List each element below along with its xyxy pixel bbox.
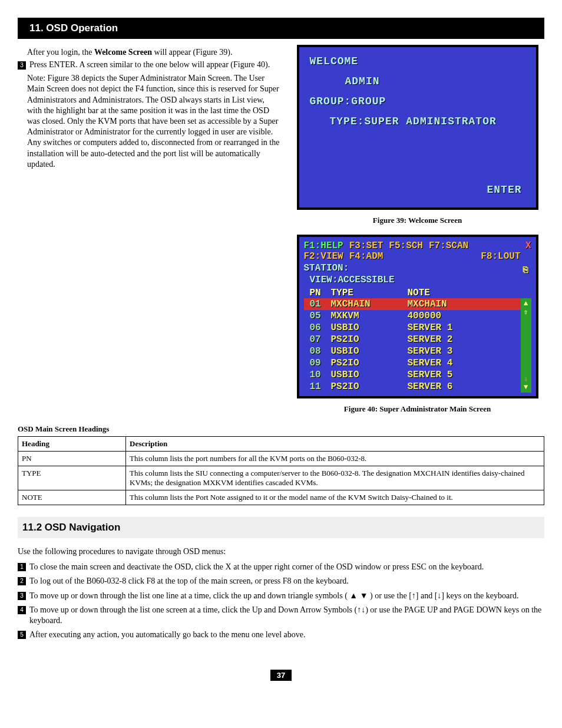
osd-port-row[interactable]: 01MXCHAINMXCHAIN xyxy=(304,298,521,310)
step-number-icon: 2 xyxy=(18,577,26,585)
hdr-note: NOTE xyxy=(408,288,531,298)
nav-intro: Use the following procedures to navigate… xyxy=(18,546,544,557)
osd-port-list: 01MXCHAINMXCHAIN05MXKVM40000006USBIOSERV… xyxy=(304,298,521,393)
intro-bold: Welcome Screen xyxy=(94,48,152,57)
nav-step-text: After executing any action, you automati… xyxy=(29,630,305,640)
f7-scan[interactable]: F7:SCAN xyxy=(429,241,468,251)
scroll-down-icon[interactable]: ▼ xyxy=(524,383,528,391)
description-cell: This column lists the SIU connecting a c… xyxy=(126,466,544,490)
th-heading: Heading xyxy=(18,437,126,452)
subsection-header: 11.2 OSD Navigation xyxy=(18,517,544,538)
description-cell: This column lists the port numbers for a… xyxy=(126,452,544,466)
osd-welcome-group: GROUP:GROUP xyxy=(310,95,525,107)
section-header: 11. OSD Operation xyxy=(18,18,544,39)
step-3: 3 Press ENTER. A screen similar to the o… xyxy=(18,60,281,70)
osd-welcome-title: WELCOME xyxy=(310,55,525,67)
step-number-icon: 3 xyxy=(18,592,26,600)
note-block: Note: Figure 38 depicts the Super Admini… xyxy=(27,73,281,170)
port-number: 01 xyxy=(304,299,331,309)
port-note: 400000 xyxy=(408,311,521,321)
page-number: 37 xyxy=(270,670,292,681)
osd-view-line: VIEW:ACCESSIBLE xyxy=(304,275,531,285)
port-type: USBIO xyxy=(331,346,408,357)
figure-39-caption: Figure 39: Welcome Screen xyxy=(373,216,462,225)
port-number: 07 xyxy=(304,334,331,345)
nav-step: 5After executing any action, you automat… xyxy=(18,630,544,640)
f2-view[interactable]: F2:VIEW xyxy=(304,251,343,262)
osd-welcome-user: ADMIN xyxy=(310,75,525,87)
port-type: MXCHAIN xyxy=(331,299,408,309)
step-number-icon: 1 xyxy=(18,563,26,571)
th-description: Description xyxy=(126,437,544,452)
f5-sch[interactable]: F5:SCH xyxy=(389,241,423,251)
nav-step: 4To move up or down through the list one… xyxy=(18,605,544,626)
port-note: SERVER 5 xyxy=(408,370,521,380)
hdr-pn: PN xyxy=(304,288,331,298)
port-type: USBIO xyxy=(331,322,408,333)
osd-port-row[interactable]: 11PS2IOSERVER 6 xyxy=(304,381,521,393)
port-type: USBIO xyxy=(331,370,408,380)
heading-cell: NOTE xyxy=(18,490,126,505)
port-note: SERVER 2 xyxy=(408,334,521,345)
nav-step-text: To move up or down through the list one … xyxy=(29,605,544,626)
nav-step: 1To close the main screen and deactivate… xyxy=(18,562,544,572)
osd-column-headers: PN TYPE NOTE xyxy=(304,288,531,298)
step-number-icon: 3 xyxy=(18,61,26,70)
osd-enter-button[interactable]: ENTER xyxy=(487,184,521,196)
osd-port-row[interactable]: 05MXKVM400000 xyxy=(304,310,521,322)
osd-port-row[interactable]: 10USBIOSERVER 5 xyxy=(304,369,521,381)
nav-step-text: To move up or down through the list one … xyxy=(29,591,518,601)
description-cell: This column lists the Port Note assigned… xyxy=(126,490,544,505)
port-type: PS2IO xyxy=(331,381,408,392)
osd-welcome-type: TYPE:SUPER ADMINISTRATOR xyxy=(310,116,525,127)
nav-step: 2To log out of the B060-032-8 click F8 a… xyxy=(18,576,544,587)
heading-cell: PN xyxy=(18,452,126,466)
f1-help[interactable]: F1:HELP xyxy=(304,241,343,251)
port-number: 05 xyxy=(304,311,331,321)
osd-main-screen: F1:HELP F3:SET F5:SCH F7:SCAN X F2:VIEW … xyxy=(297,235,538,398)
port-number: 10 xyxy=(304,370,331,380)
port-number: 08 xyxy=(304,346,331,357)
osd-port-row[interactable]: 08USBIOSERVER 3 xyxy=(304,345,521,357)
f3-set[interactable]: F3:SET xyxy=(349,241,384,251)
hdr-type: TYPE xyxy=(331,288,408,298)
close-icon[interactable]: X xyxy=(525,241,531,251)
table-row: PNThis column lists the port numbers for… xyxy=(18,452,544,466)
intro-before: After you login, the xyxy=(27,48,94,57)
port-number: 09 xyxy=(304,358,331,368)
headings-table: Heading Description PNThis column lists … xyxy=(18,436,544,505)
osd-port-row[interactable]: 09PS2IOSERVER 4 xyxy=(304,357,521,369)
table-row: TYPEThis column lists the SIU connecting… xyxy=(18,466,544,490)
step-number-icon: 4 xyxy=(18,606,26,614)
nav-step-text: To close the main screen and deactivate … xyxy=(29,562,484,572)
osd-port-row[interactable]: 07PS2IOSERVER 2 xyxy=(304,334,521,345)
headings-title: OSD Main Screen Headings xyxy=(18,424,544,434)
port-note: SERVER 3 xyxy=(408,346,521,357)
f4-adm[interactable]: F4:ADM xyxy=(349,251,384,262)
f8-lout[interactable]: F8:LOUT xyxy=(481,251,520,262)
port-type: PS2IO xyxy=(331,334,408,345)
figure-40-caption: Figure 40: Super Administrator Main Scre… xyxy=(344,404,491,414)
step-3-text: Press ENTER. A screen similar to the one… xyxy=(29,60,270,70)
port-number: 06 xyxy=(304,322,331,333)
nav-step: 3To move up or down through the list one… xyxy=(18,591,544,601)
table-row: NOTEThis column lists the Port Note assi… xyxy=(18,490,544,505)
osd-port-row[interactable]: 06USBIOSERVER 1 xyxy=(304,322,521,334)
heading-cell: TYPE xyxy=(18,466,126,490)
osd-scrollbar[interactable]: ▲ ⇧ ⇩ ▼ xyxy=(521,298,531,393)
port-number: 11 xyxy=(304,381,331,392)
port-type: PS2IO xyxy=(331,358,408,368)
port-note: SERVER 1 xyxy=(408,322,521,333)
step-number-icon: 5 xyxy=(18,631,26,639)
port-note: MXCHAIN xyxy=(408,299,521,309)
nav-step-text: To log out of the B060-032-8 click F8 at… xyxy=(29,576,349,587)
logout-icon[interactable]: ⎘ xyxy=(523,265,528,275)
osd-welcome-screen: WELCOME ADMIN GROUP:GROUP TYPE:SUPER ADM… xyxy=(297,45,538,210)
scroll-up-arrow-icon[interactable]: ⇧ xyxy=(524,308,528,317)
port-type: MXKVM xyxy=(331,311,408,321)
scroll-down-arrow-icon[interactable]: ⇩ xyxy=(524,375,528,383)
intro-line: After you login, the Welcome Screen will… xyxy=(27,47,281,58)
port-note: SERVER 4 xyxy=(408,358,521,368)
scroll-up-icon[interactable]: ▲ xyxy=(524,299,528,308)
osd-station-line: STATION: xyxy=(304,263,531,274)
